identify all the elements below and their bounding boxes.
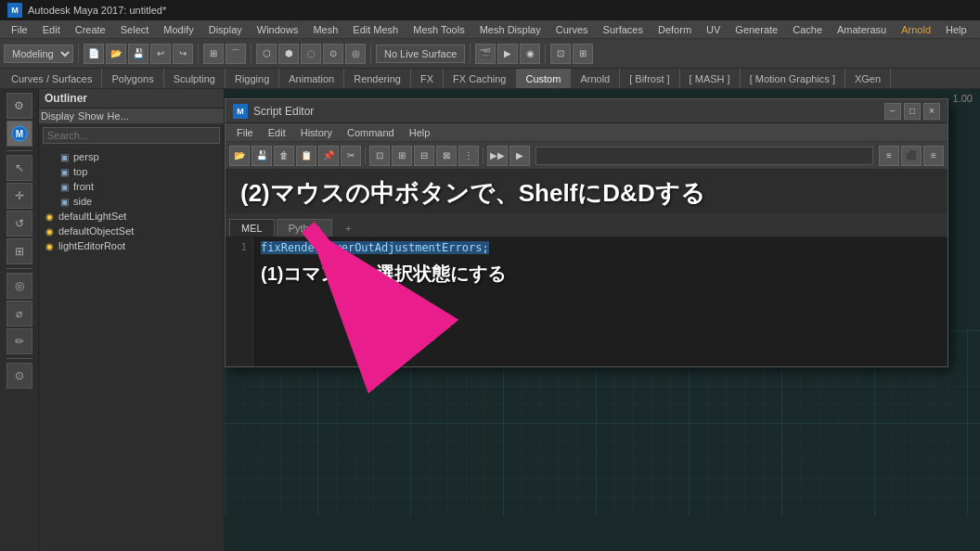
- se-tab-mel[interactable]: MEL: [229, 219, 275, 237]
- menu-amaterasu[interactable]: Amaterasu: [830, 22, 894, 37]
- select-tool[interactable]: ↖: [6, 155, 32, 181]
- tree-item-side[interactable]: ▣ side: [39, 194, 224, 209]
- se-close-btn[interactable]: ×: [923, 103, 940, 120]
- tree-item-front[interactable]: ▣ front: [39, 179, 224, 194]
- se-frame-btn[interactable]: ⊡: [369, 146, 390, 166]
- open-file-btn[interactable]: 📂: [106, 44, 126, 64]
- menu-surfaces[interactable]: Surfaces: [596, 22, 651, 37]
- menu-create[interactable]: Create: [68, 22, 113, 37]
- move-tool[interactable]: ✛: [6, 183, 32, 209]
- se-minimize-btn[interactable]: −: [884, 103, 901, 120]
- paint-tool[interactable]: ✏: [6, 328, 32, 354]
- se-frame3-btn[interactable]: ⊟: [414, 146, 434, 166]
- misc-btn-1[interactable]: ⊡: [550, 44, 571, 64]
- redo-btn[interactable]: ↪: [173, 44, 193, 64]
- render-view-btn[interactable]: 🎬: [475, 44, 496, 64]
- menu-file[interactable]: File: [4, 22, 35, 37]
- tool-icon[interactable]: M: [6, 121, 32, 147]
- se-tab-add[interactable]: +: [334, 220, 362, 237]
- se-restore-btn[interactable]: □: [904, 103, 921, 120]
- menu-curves[interactable]: Curves: [548, 22, 596, 37]
- shelf-tab-sculpting[interactable]: Sculpting: [164, 69, 226, 88]
- se-menu-help[interactable]: Help: [402, 125, 438, 140]
- outliner-display-menu[interactable]: Display: [41, 110, 74, 122]
- menu-mesh-display[interactable]: Mesh Display: [472, 22, 548, 37]
- snap-grid-btn[interactable]: ⊞: [203, 44, 224, 64]
- shelf-tab-fx[interactable]: FX: [411, 69, 444, 88]
- se-input-field[interactable]: [535, 147, 873, 165]
- sel-tool-btn[interactable]: ⬡: [256, 44, 277, 64]
- tree-item-top[interactable]: ▣ top: [39, 164, 224, 179]
- new-file-btn[interactable]: 📄: [84, 44, 104, 64]
- render-btn[interactable]: ▶: [497, 44, 518, 64]
- shelf-tab-arnold[interactable]: Arnold: [571, 69, 620, 88]
- tree-item-defaultobjectset[interactable]: ◉ defaultObjectSet: [39, 224, 224, 238]
- shelf-tab-fx-caching[interactable]: FX Caching: [444, 69, 516, 88]
- menu-display[interactable]: Display: [201, 22, 250, 37]
- se-more-btn[interactable]: ≡: [879, 146, 899, 166]
- rotate-tool[interactable]: ↺: [6, 211, 32, 237]
- menu-uv[interactable]: UV: [699, 22, 728, 37]
- shelf-tab-curves[interactable]: Curves / Surfaces: [2, 69, 102, 88]
- menu-mesh-tools[interactable]: Mesh Tools: [406, 22, 471, 37]
- se-frame4-btn[interactable]: ⊠: [436, 146, 457, 166]
- shelf-tab-polygons[interactable]: Polygons: [102, 69, 163, 88]
- menu-mesh[interactable]: Mesh: [305, 22, 345, 37]
- se-title-bar[interactable]: M Script Editor − □ ×: [226, 99, 948, 123]
- menu-help[interactable]: Help: [938, 22, 974, 37]
- menu-cache[interactable]: Cache: [785, 22, 830, 37]
- se-code-area[interactable]: fixRenderLayerOutAdjustmentErrors; (1)コマ…: [253, 237, 948, 366]
- menu-generate[interactable]: Generate: [728, 22, 785, 37]
- se-menu-command[interactable]: Command: [340, 125, 402, 140]
- se-tab-python[interactable]: Python: [277, 219, 332, 237]
- se-menu-history[interactable]: History: [293, 125, 340, 140]
- se-extra2-btn[interactable]: ≡: [923, 146, 944, 166]
- shelf-tab-motion-graphics[interactable]: [ Motion Graphics ]: [741, 69, 845, 88]
- soft-select-tool[interactable]: ◎: [6, 273, 32, 299]
- se-save-btn[interactable]: 💾: [251, 146, 272, 166]
- menu-arnold[interactable]: Arnold: [894, 22, 938, 37]
- soft-btn[interactable]: ◎: [345, 44, 366, 64]
- se-clear-btn[interactable]: 🗑: [274, 146, 294, 166]
- snap-tool[interactable]: ⊙: [6, 363, 32, 389]
- search-input[interactable]: [43, 127, 220, 144]
- menu-deform[interactable]: Deform: [651, 22, 699, 37]
- shelf-tab-rigging[interactable]: Rigging: [226, 69, 279, 88]
- paint-btn[interactable]: ◌: [301, 44, 321, 64]
- menu-windows[interactable]: Windows: [250, 22, 306, 37]
- shelf-tab-xgen[interactable]: XGen: [845, 69, 891, 88]
- menu-modify[interactable]: Modify: [156, 22, 200, 37]
- shelf-tab-custom[interactable]: Custom: [517, 69, 572, 88]
- tree-item-persp[interactable]: ▣ persp: [39, 149, 224, 164]
- shelf-tab-bifrost[interactable]: [ Bifrost ]: [620, 69, 679, 88]
- menu-edit[interactable]: Edit: [35, 22, 68, 37]
- se-open-btn[interactable]: 📂: [229, 146, 250, 166]
- outliner-help-menu[interactable]: He...: [108, 110, 129, 122]
- menu-edit-mesh[interactable]: Edit Mesh: [345, 22, 406, 37]
- ipr-btn[interactable]: ◉: [520, 44, 540, 64]
- shelf-tab-mash[interactable]: [ MASH ]: [680, 69, 741, 88]
- se-run2-btn[interactable]: ▶: [509, 146, 530, 166]
- misc-btn-2[interactable]: ⊞: [573, 44, 593, 64]
- modeling-select[interactable]: Modeling: [4, 45, 73, 63]
- menu-select[interactable]: Select: [113, 22, 157, 37]
- se-menu-edit[interactable]: Edit: [261, 125, 293, 140]
- lasso-tool[interactable]: ⌀: [6, 301, 32, 327]
- se-copy-btn[interactable]: 📋: [296, 146, 316, 166]
- se-paste-btn[interactable]: 📌: [318, 146, 339, 166]
- tree-item-lighteditorroot[interactable]: ◉ lightEditorRoot: [39, 238, 224, 253]
- se-run-btn[interactable]: ▶▶: [487, 146, 508, 166]
- tool-settings[interactable]: ⚙: [6, 93, 32, 119]
- save-file-btn[interactable]: 💾: [128, 44, 148, 64]
- shelf-tab-animation[interactable]: Animation: [279, 69, 344, 88]
- se-divider-btn[interactable]: ⋮: [458, 146, 479, 166]
- undo-btn[interactable]: ↩: [150, 44, 171, 64]
- shelf-tab-rendering[interactable]: Rendering: [344, 69, 411, 88]
- scale-tool[interactable]: ⊞: [6, 238, 32, 264]
- brush-btn[interactable]: ⊙: [323, 44, 343, 64]
- outliner-show-menu[interactable]: Show: [78, 110, 104, 122]
- se-frame2-btn[interactable]: ⊞: [392, 146, 412, 166]
- lasso-btn[interactable]: ⬢: [278, 44, 299, 64]
- snap-curve-btn[interactable]: ⌒: [226, 44, 246, 64]
- se-menu-file[interactable]: File: [229, 125, 261, 140]
